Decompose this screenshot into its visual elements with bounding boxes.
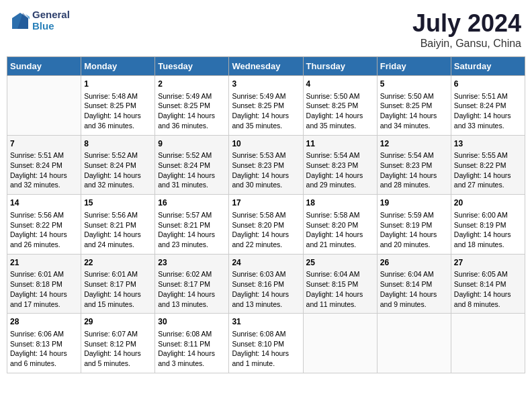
calendar-cell: 2Sunrise: 5:49 AMSunset: 8:25 PMDaylight… [155, 76, 229, 136]
day-info: Sunrise: 6:08 AM [158, 329, 226, 339]
day-info: and 23 minutes. [158, 240, 226, 250]
logo-line1: General [32, 9, 70, 21]
calendar-cell: 17Sunrise: 5:58 AMSunset: 8:20 PMDayligh… [229, 195, 303, 255]
day-info: Sunrise: 5:58 AM [306, 210, 374, 220]
day-header-saturday: Saturday [451, 57, 525, 76]
calendar-week-3: 14Sunrise: 5:56 AMSunset: 8:22 PMDayligh… [7, 195, 525, 255]
day-number: 6 [454, 79, 522, 90]
day-info: Daylight: 14 hours [454, 171, 522, 181]
day-number: 9 [158, 138, 226, 150]
day-info: Daylight: 14 hours [10, 289, 78, 300]
calendar-cell: 22Sunrise: 6:01 AMSunset: 8:17 PMDayligh… [81, 254, 155, 314]
day-info: Sunset: 8:25 PM [380, 101, 448, 111]
day-info: Daylight: 14 hours [454, 289, 522, 300]
day-info: Daylight: 14 hours [232, 349, 300, 359]
day-info: and 5 minutes. [84, 359, 152, 369]
day-info: Sunrise: 5:50 AM [380, 91, 448, 101]
day-info: and 27 minutes. [454, 180, 522, 190]
calendar-week-2: 7Sunrise: 5:51 AMSunset: 8:24 PMDaylight… [7, 135, 525, 195]
day-info: Sunrise: 5:57 AM [158, 210, 226, 220]
day-info: Sunset: 8:21 PM [84, 220, 152, 230]
day-header-thursday: Thursday [303, 57, 377, 76]
day-info: Sunrise: 5:54 AM [306, 150, 374, 161]
day-info: and 26 minutes. [10, 240, 78, 250]
calendar-cell [377, 314, 451, 373]
day-info: Sunset: 8:23 PM [306, 161, 374, 171]
day-info: Sunset: 8:10 PM [232, 339, 300, 349]
day-info: Daylight: 14 hours [232, 289, 300, 300]
day-info: and 9 minutes. [380, 300, 448, 310]
day-info: Sunset: 8:12 PM [84, 339, 152, 349]
day-info: Daylight: 14 hours [158, 111, 226, 121]
day-info: Sunrise: 6:03 AM [232, 269, 300, 279]
day-info: Sunrise: 5:55 AM [454, 150, 522, 161]
day-info: Sunrise: 5:50 AM [306, 91, 374, 101]
day-number: 16 [158, 197, 226, 209]
day-number: 10 [232, 138, 300, 150]
day-number: 19 [380, 197, 448, 209]
day-number: 22 [84, 257, 152, 269]
day-info: Sunrise: 6:04 AM [380, 269, 448, 279]
day-info: Daylight: 14 hours [380, 230, 448, 240]
day-number: 29 [84, 316, 152, 328]
day-info: Daylight: 14 hours [158, 171, 226, 181]
day-info: Sunset: 8:18 PM [10, 279, 78, 289]
day-info: Sunrise: 5:51 AM [10, 150, 78, 161]
day-info: Sunrise: 5:56 AM [10, 210, 78, 220]
logo-line2: Blue [32, 21, 70, 32]
calendar-cell: 4Sunrise: 5:50 AMSunset: 8:25 PMDaylight… [303, 76, 377, 136]
calendar-cell [7, 76, 81, 136]
day-info: Daylight: 14 hours [306, 171, 374, 181]
day-info: and 11 minutes. [306, 300, 374, 310]
day-info: Sunrise: 6:05 AM [454, 269, 522, 279]
day-number: 18 [306, 197, 374, 209]
day-info: Daylight: 14 hours [10, 349, 78, 359]
day-header-wednesday: Wednesday [229, 57, 303, 76]
day-info: Daylight: 14 hours [232, 171, 300, 181]
day-info: Daylight: 14 hours [158, 349, 226, 359]
day-info: Sunset: 8:14 PM [380, 279, 448, 289]
day-header-sunday: Sunday [7, 57, 81, 76]
day-number: 2 [158, 79, 226, 90]
day-info: Sunrise: 6:01 AM [84, 269, 152, 279]
day-info: Sunset: 8:23 PM [380, 161, 448, 171]
day-info: and 17 minutes. [10, 300, 78, 310]
calendar-cell: 20Sunrise: 6:00 AMSunset: 8:19 PMDayligh… [451, 195, 525, 255]
day-info: and 20 minutes. [380, 240, 448, 250]
day-info: Sunrise: 5:54 AM [380, 150, 448, 161]
calendar-cell: 12Sunrise: 5:54 AMSunset: 8:23 PMDayligh… [377, 135, 451, 195]
day-info: and 8 minutes. [454, 300, 522, 310]
calendar-cell: 15Sunrise: 5:56 AMSunset: 8:21 PMDayligh… [81, 195, 155, 255]
day-info: and 13 minutes. [158, 300, 226, 310]
logo-text: General Blue [32, 9, 70, 32]
day-info: Sunset: 8:22 PM [454, 161, 522, 171]
day-info: and 28 minutes. [380, 180, 448, 190]
day-info: Sunrise: 6:01 AM [10, 269, 78, 279]
day-header-friday: Friday [377, 57, 451, 76]
day-info: Sunset: 8:24 PM [454, 101, 522, 111]
calendar-cell: 7Sunrise: 5:51 AMSunset: 8:24 PMDaylight… [7, 135, 81, 195]
day-number: 15 [84, 197, 152, 209]
calendar-week-4: 21Sunrise: 6:01 AMSunset: 8:18 PMDayligh… [7, 254, 525, 314]
day-number: 13 [454, 138, 522, 150]
calendar-cell: 26Sunrise: 6:04 AMSunset: 8:14 PMDayligh… [377, 254, 451, 314]
calendar-cell: 24Sunrise: 6:03 AMSunset: 8:16 PMDayligh… [229, 254, 303, 314]
day-info: and 3 minutes. [158, 359, 226, 369]
calendar-cell: 10Sunrise: 5:53 AMSunset: 8:23 PMDayligh… [229, 135, 303, 195]
day-info: Sunrise: 5:52 AM [158, 150, 226, 161]
calendar-cell: 1Sunrise: 5:48 AMSunset: 8:25 PMDaylight… [81, 76, 155, 136]
day-info: Daylight: 14 hours [10, 171, 78, 181]
day-info: Daylight: 14 hours [232, 111, 300, 121]
calendar-cell [451, 314, 525, 373]
day-info: Daylight: 14 hours [158, 230, 226, 240]
day-info: Sunset: 8:20 PM [232, 220, 300, 230]
day-number: 27 [454, 257, 522, 269]
logo-icon [11, 11, 30, 30]
calendar-cell: 13Sunrise: 5:55 AMSunset: 8:22 PMDayligh… [451, 135, 525, 195]
day-info: Sunrise: 6:08 AM [232, 329, 300, 339]
day-number: 20 [454, 197, 522, 209]
calendar-cell: 30Sunrise: 6:08 AMSunset: 8:11 PMDayligh… [155, 314, 229, 373]
day-info: Daylight: 14 hours [84, 111, 152, 121]
calendar-cell: 9Sunrise: 5:52 AMSunset: 8:24 PMDaylight… [155, 135, 229, 195]
day-info: and 31 minutes. [158, 180, 226, 190]
